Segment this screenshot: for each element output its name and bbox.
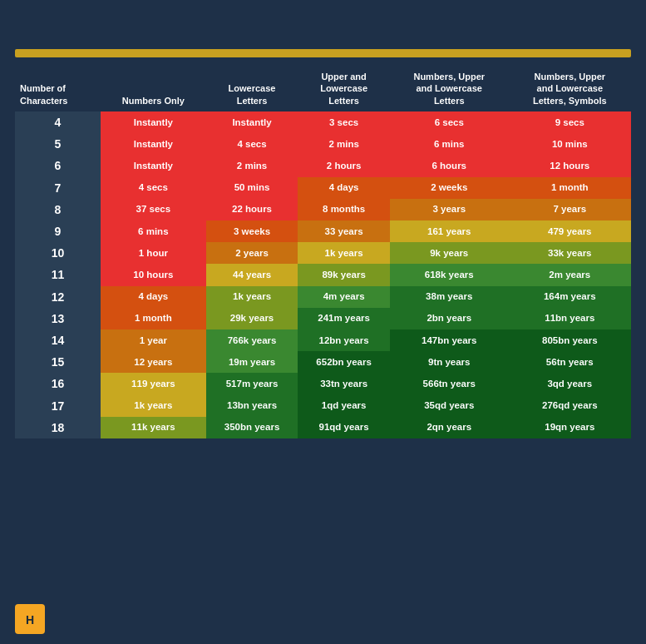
- cell-col5: 3qd years: [509, 373, 631, 394]
- cell-col5: 10 mins: [509, 133, 631, 155]
- table-row: 1110 hours44 years89k years618k years2m …: [15, 264, 631, 285]
- cell-col1: 4 days: [101, 286, 206, 308]
- cell-col1: 4 secs: [101, 177, 206, 199]
- cell-col1: 6 mins: [101, 220, 206, 242]
- cell-col4: 566tn years: [390, 373, 509, 394]
- cell-col2: Instantly: [206, 111, 298, 133]
- table-row: 141 year766k years12bn years147bn years8…: [15, 329, 631, 351]
- cell-col4: 147bn years: [390, 329, 509, 351]
- cell-col3: 89k years: [298, 264, 390, 285]
- cell-chars: 6: [15, 155, 101, 176]
- table-row: 5Instantly4 secs2 mins6 mins10 mins: [15, 133, 631, 155]
- cell-col5: 805bn years: [509, 329, 631, 351]
- cell-col2: 44 years: [206, 264, 298, 285]
- header-chars: Number ofCharacters: [15, 66, 101, 111]
- cell-chars: 4: [15, 111, 101, 133]
- cell-col3: 33 years: [298, 220, 390, 242]
- table-row: 16119 years517m years33tn years566tn yea…: [15, 373, 631, 394]
- cell-col3: 3 secs: [298, 111, 390, 133]
- header-numbers-upper-lower: Numbers, Upperand LowercaseLetters: [390, 66, 509, 111]
- cell-col1: 11k years: [101, 417, 206, 438]
- cell-col5: 9 secs: [509, 111, 631, 133]
- cell-col3: 1qd years: [298, 395, 390, 417]
- cell-col3: 241m years: [298, 308, 390, 329]
- cell-col1: 1 year: [101, 329, 206, 351]
- cell-col1: 1 month: [101, 308, 206, 329]
- cell-col1: 1 hour: [101, 242, 206, 264]
- table-wrapper: Number ofCharacters Numbers Only Lowerca…: [15, 66, 631, 592]
- cell-chars: 15: [15, 351, 101, 373]
- cell-chars: 12: [15, 286, 101, 308]
- logo: H: [15, 604, 52, 634]
- cell-col4: 9tn years: [390, 351, 509, 373]
- cell-chars: 9: [15, 220, 101, 242]
- cell-col1: Instantly: [101, 133, 206, 155]
- cell-chars: 7: [15, 177, 101, 199]
- cell-col4: 9k years: [390, 242, 509, 264]
- cell-chars: 10: [15, 242, 101, 264]
- subtitle-bar: [15, 49, 631, 57]
- cell-col3: 4m years: [298, 286, 390, 308]
- table-row: 96 mins3 weeks33 years161 years479 years: [15, 220, 631, 242]
- hive-logo-icon: H: [15, 604, 45, 634]
- header-numbers-only: Numbers Only: [101, 66, 206, 111]
- svg-text:H: H: [26, 613, 34, 627]
- cell-col1: 37 secs: [101, 199, 206, 220]
- table-row: 6Instantly2 mins2 hours6 hours12 hours: [15, 155, 631, 176]
- cell-col3: 4 days: [298, 177, 390, 199]
- table-row: 124 days1k years4m years38m years164m ye…: [15, 286, 631, 308]
- cell-col1: 10 hours: [101, 264, 206, 285]
- cell-col3: 2 hours: [298, 155, 390, 176]
- cell-col4: 2qn years: [390, 417, 509, 438]
- main-container: Number ofCharacters Numbers Only Lowerca…: [0, 0, 646, 644]
- cell-col3: 8 months: [298, 199, 390, 220]
- header-numbers-upper-lower-symbols: Numbers, Upperand LowercaseLetters, Symb…: [509, 66, 631, 111]
- cell-col5: 56tn years: [509, 351, 631, 373]
- cell-col5: 479 years: [509, 220, 631, 242]
- cell-col2: 13bn years: [206, 395, 298, 417]
- cell-chars: 16: [15, 373, 101, 394]
- cell-col4: 2 weeks: [390, 177, 509, 199]
- cell-col4: 35qd years: [390, 395, 509, 417]
- cell-col2: 50 mins: [206, 177, 298, 199]
- cell-col3: 12bn years: [298, 329, 390, 351]
- cell-col5: 276qd years: [509, 395, 631, 417]
- cell-col4: 2bn years: [390, 308, 509, 329]
- cell-chars: 18: [15, 417, 101, 438]
- table-row: 837 secs22 hours8 months3 years7 years: [15, 199, 631, 220]
- cell-col4: 6 secs: [390, 111, 509, 133]
- cell-col5: 11bn years: [509, 308, 631, 329]
- cell-chars: 11: [15, 264, 101, 285]
- table-row: 4InstantlyInstantly3 secs6 secs9 secs: [15, 111, 631, 133]
- password-table: Number ofCharacters Numbers Only Lowerca…: [15, 66, 631, 438]
- cell-col4: 161 years: [390, 220, 509, 242]
- cell-col1: Instantly: [101, 155, 206, 176]
- cell-col3: 91qd years: [298, 417, 390, 438]
- table-row: 131 month29k years241m years2bn years11b…: [15, 308, 631, 329]
- cell-col5: 7 years: [509, 199, 631, 220]
- cell-col4: 3 years: [390, 199, 509, 220]
- table-row: 101 hour2 years1k years9k years33k years: [15, 242, 631, 264]
- cell-chars: 8: [15, 199, 101, 220]
- cell-col3: 652bn years: [298, 351, 390, 373]
- page-title: [15, 15, 631, 41]
- cell-chars: 5: [15, 133, 101, 155]
- cell-col3: 33tn years: [298, 373, 390, 394]
- cell-col2: 517m years: [206, 373, 298, 394]
- cell-col2: 19m years: [206, 351, 298, 373]
- cell-col5: 33k years: [509, 242, 631, 264]
- table-row: 171k years13bn years1qd years35qd years2…: [15, 395, 631, 417]
- cell-chars: 17: [15, 395, 101, 417]
- cell-col4: 618k years: [390, 264, 509, 285]
- cell-col5: 164m years: [509, 286, 631, 308]
- cell-col1: Instantly: [101, 111, 206, 133]
- cell-col2: 2 years: [206, 242, 298, 264]
- cell-col3: 2 mins: [298, 133, 390, 155]
- table-row: 74 secs50 mins4 days2 weeks1 month: [15, 177, 631, 199]
- header-upper-lower: Upper andLowercaseLetters: [298, 66, 390, 111]
- cell-col2: 22 hours: [206, 199, 298, 220]
- cell-col4: 6 mins: [390, 133, 509, 155]
- footer: H: [15, 599, 631, 634]
- cell-col2: 2 mins: [206, 155, 298, 176]
- cell-col2: 1k years: [206, 286, 298, 308]
